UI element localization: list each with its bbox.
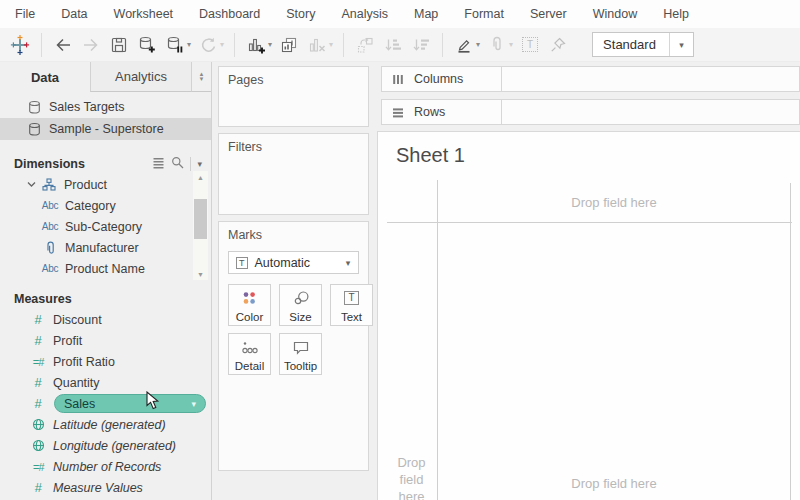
number-icon: # <box>28 375 48 390</box>
undo-icon[interactable] <box>50 32 76 58</box>
menu-dashboard[interactable]: Dashboard <box>186 7 273 21</box>
data-source-label: Sales Targets <box>49 100 125 114</box>
field-product-name[interactable]: Abc Product Name <box>0 258 191 279</box>
chevron-down-icon[interactable] <box>24 179 39 190</box>
field-discount[interactable]: # Discount <box>0 309 211 330</box>
tooltip-label: Tooltip <box>284 360 317 372</box>
drop-zone-body[interactable]: Drop field here <box>438 476 790 491</box>
tableau-window: File Data Worksheet Dashboard Story Anal… <box>0 0 800 500</box>
field-number-of-records[interactable]: =# Number of Records <box>0 456 211 477</box>
abc-icon: Abc <box>40 221 60 232</box>
rows-shelf-drop-area[interactable] <box>501 99 800 125</box>
view-mode-caret-icon[interactable]: ▾ <box>669 33 693 56</box>
field-sub-category[interactable]: Abc Sub-Category <box>0 216 191 237</box>
field-profit-ratio[interactable]: =# Profit Ratio <box>0 351 211 372</box>
measures-title: Measures <box>14 292 72 306</box>
collapse-pane-icon[interactable]: ▲ ▼ <box>192 62 211 92</box>
view-area: Columns Rows Sheet 1 Drop field here <box>375 62 800 500</box>
columns-shelf-drop-area[interactable] <box>501 66 800 92</box>
field-latitude-generated[interactable]: Latitude (generated) <box>0 414 211 435</box>
field-sales[interactable]: # Sales ▾ <box>0 393 211 414</box>
view-mode-select[interactable]: Standard ▾ <box>592 32 694 57</box>
size-button[interactable]: Size <box>279 284 322 326</box>
drop-zone-columns[interactable]: Drop field here <box>438 195 790 210</box>
field-category[interactable]: Abc Category <box>0 195 191 216</box>
field-label: Longitude (generated) <box>53 439 176 453</box>
dimensions-title: Dimensions <box>14 157 85 171</box>
tooltip-button[interactable]: Tooltip <box>279 333 322 375</box>
color-button[interactable]: Color <box>228 284 271 326</box>
scroll-up-icon[interactable]: ▲ <box>197 171 204 183</box>
dimensions-header: Dimensions ▾ <box>0 153 211 174</box>
toolbar-separator <box>41 33 42 57</box>
new-worksheet-caret-icon[interactable]: ▾ <box>268 40 272 49</box>
columns-icon <box>391 73 405 86</box>
abc-icon: Abc <box>40 200 60 211</box>
menu-analysis[interactable]: Analysis <box>328 7 401 21</box>
show-mark-labels-glyph: T <box>522 37 538 52</box>
toolbar: ▾ ▾ ▾ ▾ ▾ ▾ <box>0 28 800 62</box>
scrollbar-thumb[interactable] <box>194 199 207 239</box>
field-longitude-generated[interactable]: Longitude (generated) <box>0 435 211 456</box>
field-label: Profit <box>53 334 82 348</box>
dimensions-scrollbar[interactable]: ▲ ▼ <box>193 171 208 280</box>
grid-horizontal-line <box>387 222 792 223</box>
pages-shelf[interactable]: Pages <box>218 66 369 127</box>
field-label: Measure Values <box>53 481 143 495</box>
text-button[interactable]: T Text <box>330 284 373 326</box>
field-quantity[interactable]: # Quantity <box>0 372 211 393</box>
field-profit[interactable]: # Profit <box>0 330 211 351</box>
field-product[interactable]: Product <box>0 174 191 195</box>
globe-icon <box>28 418 48 431</box>
menu-file[interactable]: File <box>2 7 48 21</box>
tab-analytics[interactable]: Analytics <box>90 62 192 92</box>
new-data-source-icon[interactable] <box>134 32 160 58</box>
field-label: Manufacturer <box>65 241 139 255</box>
pill-caret-icon[interactable]: ▾ <box>191 399 196 409</box>
shelf-cards-column: Pages Filters Marks T Automatic ▾ C <box>212 62 375 500</box>
pause-auto-updates-caret-icon[interactable]: ▾ <box>187 40 191 49</box>
mark-type-caret-icon[interactable]: ▾ <box>338 252 358 273</box>
group-members-caret-icon: ▾ <box>509 40 513 49</box>
menu-format[interactable]: Format <box>451 7 517 21</box>
redo-icon[interactable] <box>78 32 104 58</box>
field-manufacturer[interactable]: Manufacturer <box>0 237 191 258</box>
toolbar-separator <box>343 33 344 57</box>
number-icon: # <box>28 312 48 327</box>
data-source-sample-superstore[interactable]: Sample - Superstore <box>0 118 211 140</box>
field-measure-values[interactable]: # Measure Values <box>0 477 211 498</box>
menu-worksheet[interactable]: Worksheet <box>101 7 187 21</box>
highlight-icon[interactable] <box>451 32 477 58</box>
scroll-down-icon[interactable]: ▼ <box>197 268 204 280</box>
dimensions-menu-caret-icon[interactable]: ▾ <box>197 159 202 169</box>
number-icon: # <box>28 480 48 495</box>
highlight-caret-icon[interactable]: ▾ <box>476 40 480 49</box>
tab-data[interactable]: Data <box>0 62 90 92</box>
new-worksheet-icon[interactable] <box>243 32 269 58</box>
tableau-logo-icon[interactable] <box>7 32 33 58</box>
data-source-sales-targets[interactable]: Sales Targets <box>0 96 211 118</box>
sales-field-pill[interactable]: Sales ▾ <box>54 394 206 413</box>
detail-button[interactable]: Detail <box>228 333 271 375</box>
save-icon[interactable] <box>106 32 132 58</box>
drop-zone-rows[interactable]: Drop field here <box>386 454 437 500</box>
menu-map[interactable]: Map <box>401 7 451 21</box>
menu-data[interactable]: Data <box>48 7 100 21</box>
size-label: Size <box>289 311 311 323</box>
field-label: Sub-Category <box>65 220 142 234</box>
pause-auto-updates-icon[interactable] <box>162 32 188 58</box>
measures-header: Measures <box>0 288 211 309</box>
filters-shelf[interactable]: Filters <box>218 133 369 215</box>
sort-ascending-icon <box>380 32 406 58</box>
view-as-list-icon[interactable] <box>152 156 165 172</box>
menu-window[interactable]: Window <box>580 7 650 21</box>
find-field-icon[interactable] <box>171 156 184 172</box>
scrollbar-track[interactable] <box>193 183 208 268</box>
menu-help[interactable]: Help <box>650 7 702 21</box>
duplicate-sheet-icon[interactable] <box>276 32 302 58</box>
menu-story[interactable]: Story <box>273 7 328 21</box>
menu-server[interactable]: Server <box>517 7 580 21</box>
mark-type-select[interactable]: T Automatic ▾ <box>228 251 359 274</box>
clear-sheet-caret-icon: ▾ <box>329 40 333 49</box>
number-icon: # <box>28 333 48 348</box>
